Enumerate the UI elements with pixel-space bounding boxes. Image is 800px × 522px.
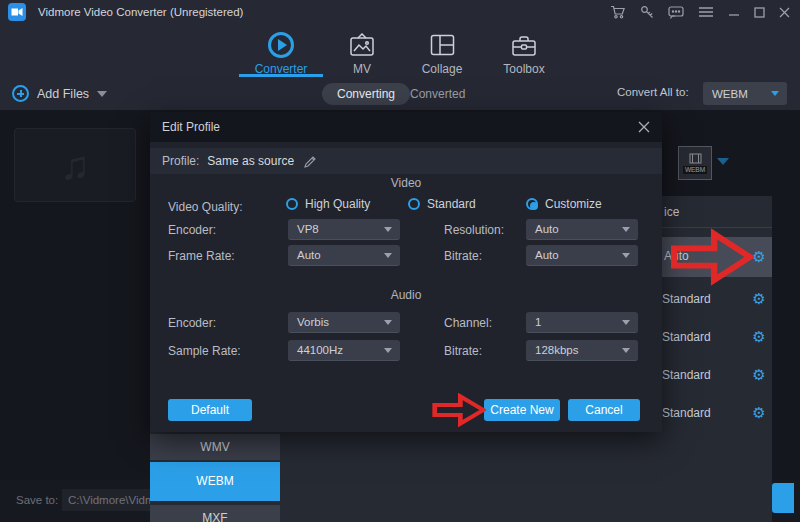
edit-profile-dialog: Edit Profile Profile: Same as source Vid… — [150, 112, 662, 432]
radio-icon — [408, 198, 420, 210]
radio-high-quality[interactable]: High Quality — [286, 197, 370, 211]
add-files-button[interactable]: Add Files — [12, 85, 107, 102]
tab-converter[interactable]: Converter — [236, 30, 326, 76]
chevron-down-icon — [97, 91, 107, 97]
resolution-label: Resolution: — [444, 223, 504, 237]
channel-select[interactable]: 1 — [526, 312, 638, 333]
framerate-label: Frame Rate: — [168, 249, 235, 263]
samplerate-label: Sample Rate: — [168, 344, 241, 358]
tab-converted[interactable]: Converted — [410, 83, 465, 105]
minimize-icon[interactable] — [728, 6, 740, 18]
tab-toolbox[interactable]: Toolbox — [479, 30, 569, 76]
samplerate-select[interactable]: 44100Hz — [288, 340, 400, 361]
toolbox-icon — [479, 30, 569, 60]
radio-checked-icon — [526, 198, 538, 210]
video-quality-label: Video Quality: — [168, 200, 243, 214]
annotation-arrow-gear — [670, 228, 754, 286]
register-key-icon[interactable] — [640, 5, 654, 19]
tab-mv[interactable]: MV — [317, 30, 407, 76]
maximize-icon[interactable] — [754, 7, 765, 18]
format-item-wmv[interactable]: WMV — [150, 434, 280, 460]
profile-value: Same as source — [207, 154, 294, 168]
default-button[interactable]: Default — [168, 399, 252, 421]
annotation-arrow-create-new — [432, 393, 486, 427]
radio-icon — [286, 198, 298, 210]
collage-icon — [397, 30, 487, 60]
resolution-select[interactable]: Auto — [526, 219, 638, 240]
format-item-mxf[interactable]: MXF — [150, 505, 280, 522]
main-area: ♫ 4:32 WEBM Save to: C:\Vidmore\Vidmor i… — [0, 110, 800, 522]
convert-all-button-fragment[interactable] — [772, 483, 794, 513]
format-item-webm[interactable]: WEBM — [150, 462, 280, 501]
audio-bitrate-label: Bitrate: — [444, 344, 482, 358]
profile-name-row: Profile: Same as source — [150, 148, 662, 174]
gear-icon[interactable]: ⚙ — [748, 318, 770, 356]
convert-all-label: Convert All to: — [617, 86, 689, 98]
cancel-button[interactable]: Cancel — [568, 399, 640, 421]
video-section-label: Video — [150, 176, 662, 190]
window-title: Vidmore Video Converter (Unregistered) — [38, 6, 243, 18]
encoder-select[interactable]: VP8 — [288, 219, 400, 240]
channel-label: Channel: — [444, 316, 492, 330]
create-new-button[interactable]: Create New — [484, 399, 560, 421]
convert-all-dropdown[interactable]: WEBM — [703, 82, 787, 105]
radio-customize[interactable]: Customize — [526, 197, 602, 211]
active-tab-underline — [239, 74, 323, 77]
gear-icon[interactable]: ⚙ — [748, 394, 770, 432]
tab-converting[interactable]: Converting — [322, 83, 410, 105]
framerate-select[interactable]: Auto — [288, 245, 400, 266]
profile-label: Profile: — [162, 154, 199, 168]
mv-icon — [317, 30, 407, 60]
tab-collage[interactable]: Collage — [397, 30, 487, 76]
converter-icon — [236, 30, 326, 60]
close-icon[interactable] — [638, 121, 650, 133]
audio-bitrate-select[interactable]: 128kbps — [526, 340, 638, 361]
menu-icon[interactable] — [698, 6, 714, 18]
bitrate-select[interactable]: Auto — [526, 245, 638, 266]
app-window: Vidmore Video Converter (Unregistered) C… — [0, 0, 800, 522]
dialog-title: Edit Profile — [162, 120, 220, 134]
nav-bar: Converter MV Collage Toolbox — [0, 24, 800, 82]
plus-icon — [12, 85, 29, 102]
bitrate-label: Bitrate: — [444, 249, 482, 263]
feedback-icon[interactable] — [668, 6, 684, 19]
app-logo-icon — [8, 3, 26, 21]
audio-section-label: Audio — [150, 288, 662, 302]
close-icon[interactable] — [779, 7, 790, 18]
chevron-down-icon — [771, 91, 779, 96]
radio-standard[interactable]: Standard — [408, 197, 476, 211]
encoder-label: Encoder: — [168, 223, 216, 237]
edit-pencil-icon[interactable] — [303, 155, 317, 168]
audio-encoder-select[interactable]: Vorbis — [288, 312, 400, 333]
dialog-header: Edit Profile — [150, 112, 662, 142]
panel-header-text: ice — [664, 196, 679, 228]
cart-icon[interactable] — [610, 5, 626, 19]
title-bar: Vidmore Video Converter (Unregistered) — [0, 0, 800, 24]
gear-icon[interactable]: ⚙ — [748, 356, 770, 394]
audio-encoder-label: Encoder: — [168, 316, 216, 330]
toolbar: Add Files Converting Converted Convert A… — [0, 82, 800, 110]
